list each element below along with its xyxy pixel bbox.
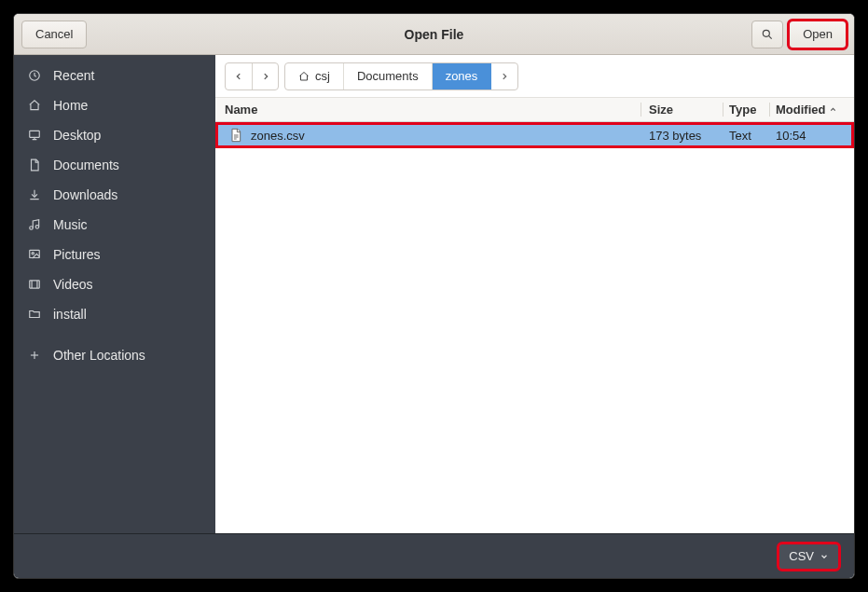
music-icon [27, 218, 42, 231]
file-dialog: Cancel Open File Open Recent Home Deskto… [13, 13, 855, 579]
open-button[interactable]: Open [789, 21, 847, 48]
sort-asc-icon [829, 105, 837, 114]
breadcrumb-home[interactable]: csj [285, 63, 344, 89]
path-forward-button[interactable] [252, 63, 278, 89]
column-headers: Name Size Type Modified [215, 98, 854, 122]
svg-point-10 [32, 253, 34, 255]
column-header-label: Modified [776, 103, 825, 117]
file-row[interactable]: zones.csv 173 bytes Text 10:54 [215, 122, 854, 148]
home-icon [27, 99, 42, 112]
search-icon [761, 28, 774, 41]
sidebar-item-downloads[interactable]: Downloads [14, 180, 215, 210]
places-sidebar: Recent Home Desktop Documents Downloads … [14, 55, 215, 533]
sidebar-item-home[interactable]: Home [14, 90, 215, 120]
sidebar-item-label: Downloads [53, 187, 117, 202]
file-filter-label: CSV [789, 549, 814, 563]
sidebar-item-desktop[interactable]: Desktop [14, 120, 215, 150]
sidebar-item-music[interactable]: Music [14, 210, 215, 240]
sidebar-item-pictures[interactable]: Pictures [14, 240, 215, 269]
picture-icon [27, 248, 42, 261]
document-icon [27, 158, 42, 172]
sidebar-item-label: Videos [53, 277, 93, 292]
video-icon [27, 278, 42, 291]
sidebar-item-label: Music [53, 217, 88, 232]
svg-point-8 [35, 226, 39, 229]
desktop-icon [27, 129, 42, 142]
file-size: 173 bytes [641, 129, 723, 143]
svg-line-1 [769, 35, 772, 38]
sidebar-item-other-locations[interactable]: Other Locations [14, 340, 215, 370]
sidebar-item-label: Home [53, 98, 88, 113]
breadcrumb-zones[interactable]: zones [433, 63, 492, 89]
sidebar-item-recent[interactable]: Recent [14, 61, 215, 90]
footer-bar: CSV [14, 533, 854, 578]
path-bar: csj Documents zones [215, 55, 854, 98]
file-filter-dropdown[interactable]: CSV [778, 544, 839, 570]
breadcrumb-label: csj [315, 69, 330, 83]
sidebar-item-install[interactable]: install [14, 299, 215, 329]
breadcrumb-documents[interactable]: Documents [344, 63, 433, 89]
column-header-type[interactable]: Type [723, 103, 770, 117]
breadcrumb-label: Documents [357, 69, 419, 83]
text-file-icon [228, 128, 243, 143]
chevron-down-icon [820, 552, 829, 561]
column-header-name[interactable]: Name [215, 103, 641, 117]
search-button[interactable] [751, 21, 783, 48]
sidebar-item-label: Recent [53, 68, 94, 83]
column-header-modified[interactable]: Modified [770, 103, 854, 117]
chevron-right-icon [261, 72, 270, 81]
home-icon [298, 71, 310, 82]
folder-icon [27, 308, 42, 321]
svg-rect-3 [30, 131, 40, 137]
file-list[interactable]: zones.csv 173 bytes Text 10:54 [215, 122, 854, 533]
breadcrumb-next-button[interactable] [491, 72, 517, 81]
sidebar-item-label: Documents [53, 158, 119, 172]
plus-icon [27, 349, 42, 362]
sidebar-item-documents[interactable]: Documents [14, 150, 215, 180]
window-title: Open File [405, 27, 464, 42]
clock-icon [27, 69, 42, 82]
sidebar-item-label: Other Locations [53, 348, 145, 363]
svg-point-0 [764, 30, 770, 36]
breadcrumb-label: zones [446, 69, 478, 83]
chevron-right-icon [500, 72, 509, 81]
column-header-size[interactable]: Size [641, 103, 723, 117]
cancel-button[interactable]: Cancel [21, 21, 87, 48]
titlebar: Cancel Open File Open [14, 14, 854, 55]
svg-rect-11 [30, 281, 40, 288]
file-name: zones.csv [251, 129, 305, 143]
file-modified: 10:54 [770, 129, 854, 143]
sidebar-item-label: Desktop [53, 128, 101, 143]
sidebar-item-videos[interactable]: Videos [14, 269, 215, 299]
breadcrumbs: csj Documents zones [284, 62, 518, 90]
sidebar-item-label: Pictures [53, 247, 101, 262]
file-type: Text [723, 129, 770, 143]
path-back-button[interactable] [226, 63, 252, 89]
download-icon [27, 188, 42, 201]
chevron-left-icon [234, 72, 243, 81]
path-nav [225, 62, 279, 90]
sidebar-item-label: install [53, 307, 87, 322]
svg-point-7 [30, 227, 34, 230]
file-pane: csj Documents zones Name Size Type Modif… [215, 55, 854, 533]
